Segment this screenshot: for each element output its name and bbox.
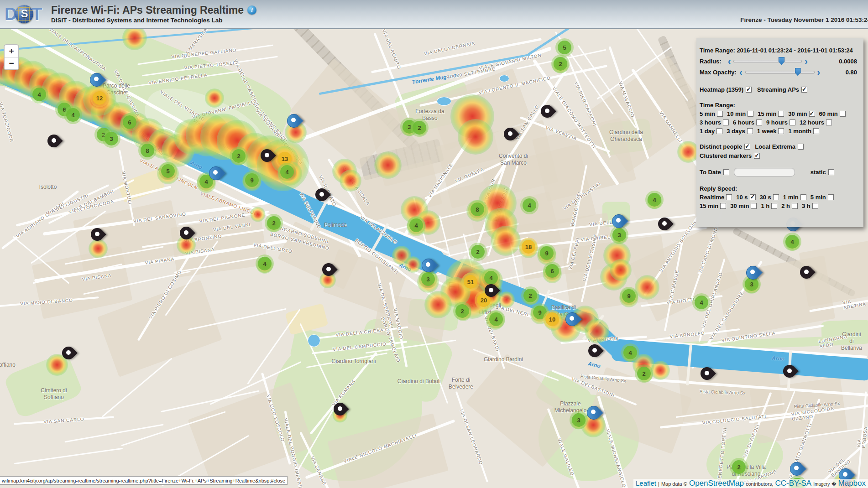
cluster-marker-18[interactable]: 18	[519, 238, 538, 256]
to-date-checkbox[interactable]	[723, 169, 729, 175]
cluster-marker-2[interactable]: 2	[730, 458, 748, 476]
reply-speed-option-checkbox-5-min[interactable]	[828, 194, 834, 200]
cluster-marker-4[interactable]: 4	[278, 163, 296, 181]
cluster-marker-9[interactable]: 9	[620, 287, 638, 305]
black-pin-marker[interactable]	[315, 186, 329, 204]
cluster-marker-2[interactable]: 2	[410, 119, 429, 137]
blue-pin-marker[interactable]	[287, 112, 300, 130]
time-range-option-checkbox-10-min[interactable]	[748, 111, 753, 117]
black-pin-marker[interactable]	[260, 147, 274, 165]
reply-speed-option-checkbox-2-h[interactable]	[792, 203, 798, 209]
black-pin-marker[interactable]	[484, 282, 498, 300]
cluster-marker-4[interactable]: 4	[256, 254, 274, 273]
black-pin-marker[interactable]	[333, 400, 347, 419]
cluster-marker-8[interactable]: 8	[468, 200, 486, 218]
zoom-in-button[interactable]: +	[5, 45, 18, 57]
time-range-option-checkbox-15-min[interactable]	[778, 111, 784, 117]
heatmap-checkbox[interactable]	[746, 87, 752, 93]
cluster-marker-4[interactable]: 4	[783, 233, 801, 251]
cluster-marker-4[interactable]: 4	[621, 343, 639, 362]
mapbox-link[interactable]: Mapbox	[838, 479, 866, 488]
zoom-out-button[interactable]: −	[5, 57, 18, 69]
opacity-slider[interactable]	[745, 71, 815, 74]
cluster-marker-4[interactable]: 4	[487, 310, 505, 328]
time-range-option-checkbox-5-min[interactable]	[717, 111, 723, 117]
cluster-marker-10[interactable]: 10	[543, 310, 561, 328]
license-link[interactable]: CC-BY-SA	[775, 479, 811, 488]
radius-slider-handle[interactable]	[779, 57, 784, 65]
time-range-option-checkbox-12-hours[interactable]	[826, 119, 832, 125]
time-range-option-checkbox-30-min[interactable]	[809, 111, 815, 117]
reply-speed-option-checkbox-realtime[interactable]	[726, 194, 732, 200]
opacity-slider-handle[interactable]	[795, 68, 801, 76]
cluster-marker-3[interactable]: 3	[570, 411, 588, 429]
blue-pin-marker[interactable]	[421, 256, 435, 275]
info-icon[interactable]: i	[247, 5, 256, 15]
cluster-marker-2[interactable]: 2	[521, 286, 539, 305]
time-range-option-checkbox-60-min[interactable]	[840, 111, 846, 117]
blue-pin-marker[interactable]	[565, 310, 579, 328]
reply-speed-option-checkbox-1-h[interactable]	[771, 203, 777, 209]
cluster-marker-4[interactable]: 4	[645, 191, 664, 209]
time-range-option-checkbox-1-day[interactable]	[716, 128, 722, 134]
clustered-markers-checkbox[interactable]	[754, 153, 760, 159]
cluster-marker-3[interactable]: 3	[102, 130, 120, 148]
time-range-option-checkbox-1-week[interactable]	[778, 128, 784, 134]
cluster-marker-51[interactable]: 51	[461, 273, 480, 291]
black-pin-marker[interactable]	[700, 365, 714, 383]
cluster-marker-6[interactable]: 6	[543, 262, 561, 280]
radius-slider[interactable]	[733, 60, 802, 63]
black-pin-marker[interactable]	[90, 226, 104, 244]
cluster-marker-2[interactable]: 2	[635, 364, 653, 383]
cluster-marker-4[interactable]: 4	[64, 106, 82, 124]
black-pin-marker[interactable]	[179, 224, 193, 243]
cluster-marker-9[interactable]: 9	[243, 171, 261, 189]
black-pin-marker[interactable]	[800, 264, 813, 282]
streaming-aps-checkbox[interactable]	[801, 87, 807, 93]
time-range-option-checkbox-9-hours[interactable]	[790, 119, 795, 125]
time-range-option-checkbox-1-month[interactable]	[813, 128, 819, 134]
black-pin-marker[interactable]	[62, 344, 75, 363]
radius-increase-chevron[interactable]: ›	[805, 58, 808, 64]
blue-pin-marker[interactable]	[746, 264, 759, 282]
reply-speed-option-checkbox-10-s[interactable]	[750, 194, 756, 200]
black-pin-marker[interactable]	[783, 363, 796, 381]
leaflet-link[interactable]: Leaflet	[636, 479, 656, 487]
cluster-marker-5[interactable]: 5	[555, 38, 574, 57]
reply-speed-option-checkbox-30-s[interactable]	[773, 194, 779, 200]
radius-decrease-chevron[interactable]: ‹	[728, 58, 731, 64]
openstreetmap-link[interactable]: OpenStreetMap	[689, 479, 744, 488]
opacity-decrease-chevron[interactable]: ‹	[739, 69, 743, 75]
cluster-marker-8[interactable]: 8	[138, 141, 157, 160]
cluster-marker-2[interactable]: 2	[551, 55, 570, 73]
time-range-option-checkbox-3-hours[interactable]	[723, 119, 729, 125]
cluster-marker-4[interactable]: 4	[30, 85, 48, 104]
blue-pin-marker[interactable]	[209, 164, 222, 182]
reply-speed-option-checkbox-1-min[interactable]	[800, 194, 806, 200]
blue-pin-marker[interactable]	[790, 460, 803, 478]
black-pin-marker[interactable]	[658, 215, 671, 234]
opacity-increase-chevron[interactable]: ›	[817, 69, 821, 75]
cluster-marker-2[interactable]: 2	[453, 302, 471, 320]
to-date-input[interactable]	[734, 168, 795, 177]
distinct-people-checkbox[interactable]	[744, 144, 750, 150]
time-range-option-checkbox-3-days[interactable]	[747, 128, 753, 134]
blue-pin-marker[interactable]	[89, 71, 103, 89]
black-pin-marker[interactable]	[503, 125, 517, 144]
cluster-marker-2[interactable]: 2	[230, 147, 248, 165]
cluster-marker-4[interactable]: 4	[692, 293, 711, 311]
reply-speed-option-checkbox-15-min[interactable]	[720, 203, 726, 209]
black-pin-marker[interactable]	[47, 132, 61, 151]
cluster-marker-4[interactable]: 4	[520, 196, 539, 214]
cluster-marker-4[interactable]: 4	[407, 216, 425, 234]
black-pin-marker[interactable]	[540, 103, 554, 121]
blue-pin-marker[interactable]	[586, 404, 600, 422]
cluster-marker-6[interactable]: 6	[120, 113, 139, 131]
reply-speed-option-checkbox-3-h[interactable]	[812, 203, 818, 209]
cluster-marker-2[interactable]: 2	[265, 214, 283, 232]
cluster-marker-12[interactable]: 12	[90, 89, 109, 107]
blue-pin-marker[interactable]	[612, 212, 625, 230]
cluster-marker-9[interactable]: 9	[538, 244, 556, 262]
static-checkbox[interactable]	[828, 169, 834, 175]
local-extrema-checkbox[interactable]	[798, 144, 804, 150]
